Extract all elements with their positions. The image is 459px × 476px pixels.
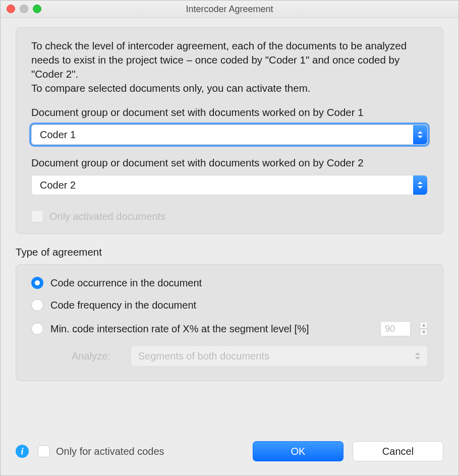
only-activated-codes-label: Only for activated codes <box>56 446 164 457</box>
coder1-label: Document group or document set with docu… <box>31 106 428 118</box>
analyze-select: Segments of both documents <box>131 345 428 367</box>
dialog-footer: i Only for activated codes OK Cancel <box>16 441 443 461</box>
only-activated-documents-label: Only activated documents <box>49 211 165 222</box>
coder1-select[interactable]: Coder 1 <box>31 125 428 145</box>
ok-button-label: OK <box>291 446 306 457</box>
min-intersection-stepper: ▴ ▾ <box>420 322 428 336</box>
chevron-down-icon <box>415 357 420 360</box>
coder1-select-value: Coder 1 <box>40 129 76 141</box>
chevron-up-icon <box>418 131 423 134</box>
chevron-up-icon <box>418 182 423 184</box>
radio-min-intersection-row[interactable]: Min. code intersection rate of X% at the… <box>31 321 428 336</box>
analyze-select-stepper <box>413 346 422 366</box>
only-activated-codes-checkbox[interactable] <box>38 445 50 457</box>
coder1-select-stepper[interactable] <box>413 125 427 144</box>
ok-button[interactable]: OK <box>253 441 343 461</box>
coder2-select[interactable]: Coder 2 <box>31 175 428 195</box>
chevron-down-icon <box>418 186 423 189</box>
coder-selection-panel: To check the level of intercoder agreeme… <box>16 27 443 234</box>
analyze-select-value: Segments of both documents <box>138 350 269 362</box>
intro-text: To check the level of intercoder agreeme… <box>31 39 428 95</box>
intro-line-2: To compare selected documents only, you … <box>31 82 310 94</box>
type-of-agreement-title: Type of agreement <box>16 246 443 258</box>
cancel-button[interactable]: Cancel <box>353 441 443 461</box>
chevron-up-icon <box>415 352 420 355</box>
coder2-select-value: Coder 2 <box>40 180 76 191</box>
window-title: Intercoder Agreement <box>1 1 458 18</box>
radio-code-occurrence[interactable] <box>31 277 43 289</box>
coder2-label: Document group or document set with docu… <box>31 157 428 169</box>
only-activated-codes-row[interactable]: Only for activated codes <box>38 445 164 457</box>
radio-code-occurrence-label: Code occurrence in the document <box>50 277 202 289</box>
radio-code-frequency-label: Code frequency in the document <box>50 300 196 311</box>
dialog-content: To check the level of intercoder agreeme… <box>1 18 458 392</box>
dialog-window: Intercoder Agreement To check the level … <box>0 0 459 476</box>
stepper-up-icon: ▴ <box>420 322 428 329</box>
coder2-select-stepper[interactable] <box>413 175 427 195</box>
stepper-down-icon: ▾ <box>420 329 428 336</box>
coder2-select-wrap: Coder 2 <box>31 175 428 195</box>
info-icon[interactable]: i <box>16 445 29 458</box>
titlebar: Intercoder Agreement <box>1 1 458 18</box>
cancel-button-label: Cancel <box>382 446 414 457</box>
radio-code-frequency-row[interactable]: Code frequency in the document <box>31 299 428 311</box>
min-intersection-value <box>380 321 411 336</box>
chevron-down-icon <box>418 136 423 138</box>
analyze-row: Analyze: Segments of both documents <box>31 345 428 367</box>
agreement-type-panel: Code occurrence in the document Code fre… <box>16 264 443 381</box>
analyze-label: Analyze: <box>72 350 110 362</box>
coder1-select-wrap: Coder 1 <box>31 125 428 145</box>
radio-code-occurrence-row[interactable]: Code occurrence in the document <box>31 277 428 289</box>
intro-line-1: To check the level of intercoder agreeme… <box>31 40 407 80</box>
radio-min-intersection[interactable] <box>31 323 43 335</box>
radio-min-intersection-label: Min. code intersection rate of X% at the… <box>50 323 309 335</box>
radio-code-frequency[interactable] <box>31 299 43 311</box>
only-activated-documents-row: Only activated documents <box>31 210 428 222</box>
only-activated-documents-checkbox <box>31 210 43 222</box>
